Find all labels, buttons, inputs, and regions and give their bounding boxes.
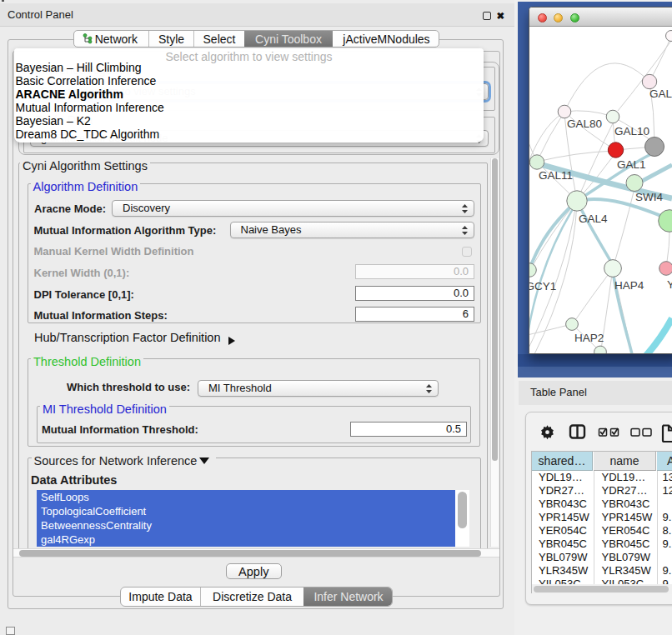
svg-text:GAL80: GAL80 (567, 118, 602, 130)
svg-text:GAL4: GAL4 (579, 212, 608, 225)
svg-text:GAL7: GAL7 (649, 88, 672, 100)
svg-text:GAL10: GAL10 (614, 125, 649, 138)
svg-text:SWI4: SWI4 (635, 191, 663, 203)
svg-text:HAP2: HAP2 (574, 332, 604, 344)
svg-text:GAL11: GAL11 (539, 169, 573, 182)
svg-text:GCY1: GCY1 (529, 280, 556, 292)
svg-text:Y: Y (667, 278, 672, 291)
svg-text:HAP4: HAP4 (614, 279, 644, 292)
svg-text:GAL1: GAL1 (617, 158, 646, 171)
